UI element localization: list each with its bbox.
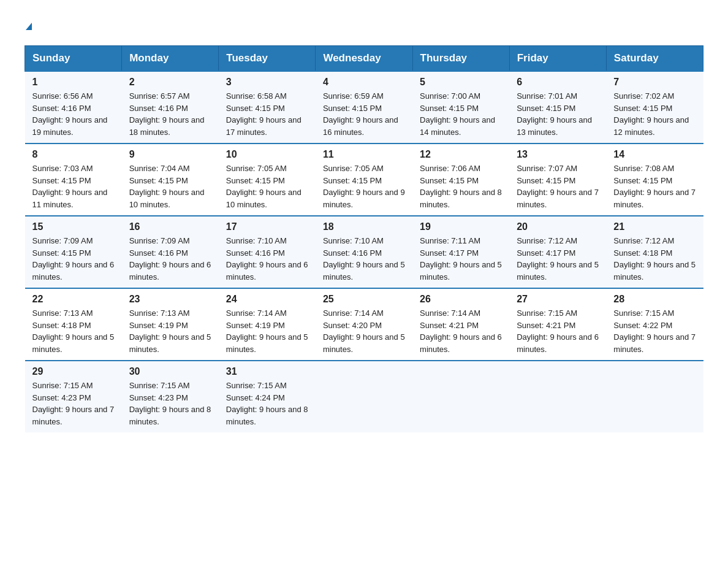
day-info: Sunrise: 7:03 AMSunset: 4:15 PMDaylight:…: [32, 163, 115, 210]
day-info: Sunrise: 7:08 AMSunset: 4:15 PMDaylight:…: [613, 163, 696, 210]
calendar-day-cell: 2Sunrise: 6:57 AMSunset: 4:16 PMDaylight…: [122, 71, 219, 144]
calendar-day-header: Saturday: [606, 46, 703, 72]
day-info: Sunrise: 7:14 AMSunset: 4:19 PMDaylight:…: [226, 307, 308, 355]
day-number: 15: [32, 221, 115, 232]
day-info: Sunrise: 7:07 AMSunset: 4:15 PMDaylight:…: [517, 163, 599, 210]
day-info: Sunrise: 7:12 AMSunset: 4:17 PMDaylight:…: [517, 235, 599, 283]
calendar-day-cell: 19Sunrise: 7:11 AMSunset: 4:17 PMDayligh…: [412, 216, 509, 288]
day-info: Sunrise: 6:56 AMSunset: 4:16 PMDaylight:…: [32, 90, 115, 138]
day-number: 18: [323, 221, 405, 232]
day-info: Sunrise: 7:15 AMSunset: 4:24 PMDaylight:…: [226, 380, 308, 427]
calendar-day-cell: 25Sunrise: 7:14 AMSunset: 4:20 PMDayligh…: [316, 288, 412, 361]
day-info: Sunrise: 7:12 AMSunset: 4:18 PMDaylight:…: [613, 235, 696, 283]
calendar-day-cell: 20Sunrise: 7:12 AMSunset: 4:17 PMDayligh…: [509, 216, 606, 288]
calendar-day-header: Sunday: [25, 46, 122, 72]
day-info: Sunrise: 7:05 AMSunset: 4:15 PMDaylight:…: [323, 163, 405, 210]
day-number: 29: [32, 366, 115, 377]
calendar-day-cell: [606, 361, 703, 432]
day-info: Sunrise: 7:06 AMSunset: 4:15 PMDaylight:…: [420, 163, 502, 210]
day-number: 4: [323, 77, 405, 88]
calendar-day-cell: [316, 361, 412, 432]
calendar-day-cell: 7Sunrise: 7:02 AMSunset: 4:15 PMDaylight…: [606, 71, 703, 144]
calendar-day-cell: 28Sunrise: 7:15 AMSunset: 4:22 PMDayligh…: [606, 288, 703, 361]
day-number: 13: [517, 149, 599, 160]
day-number: 21: [613, 221, 696, 232]
day-number: 31: [226, 366, 308, 377]
day-number: 16: [129, 221, 211, 232]
day-info: Sunrise: 7:14 AMSunset: 4:21 PMDaylight:…: [420, 307, 502, 355]
day-number: 17: [226, 221, 308, 232]
day-info: Sunrise: 7:04 AMSunset: 4:15 PMDaylight:…: [129, 163, 211, 210]
day-info: Sunrise: 7:02 AMSunset: 4:15 PMDaylight:…: [613, 90, 696, 138]
day-info: Sunrise: 7:05 AMSunset: 4:15 PMDaylight:…: [226, 163, 308, 210]
calendar-day-header: Tuesday: [219, 46, 316, 72]
day-number: 9: [129, 149, 211, 160]
calendar-day-cell: 22Sunrise: 7:13 AMSunset: 4:18 PMDayligh…: [25, 288, 122, 361]
calendar-header-row: SundayMondayTuesdayWednesdayThursdayFrid…: [25, 46, 703, 72]
day-number: 27: [517, 294, 599, 305]
calendar-day-cell: 11Sunrise: 7:05 AMSunset: 4:15 PMDayligh…: [316, 144, 412, 216]
page-header: [25, 18, 703, 33]
calendar-day-cell: 14Sunrise: 7:08 AMSunset: 4:15 PMDayligh…: [606, 144, 703, 216]
calendar-day-cell: 4Sunrise: 6:59 AMSunset: 4:15 PMDaylight…: [316, 71, 412, 144]
day-info: Sunrise: 7:09 AMSunset: 4:16 PMDaylight:…: [129, 235, 211, 283]
calendar-day-cell: 3Sunrise: 6:58 AMSunset: 4:15 PMDaylight…: [219, 71, 316, 144]
calendar-day-cell: 21Sunrise: 7:12 AMSunset: 4:18 PMDayligh…: [606, 216, 703, 288]
day-number: 12: [420, 149, 502, 160]
day-number: 19: [420, 221, 502, 232]
day-number: 1: [32, 77, 115, 88]
calendar-day-cell: 8Sunrise: 7:03 AMSunset: 4:15 PMDaylight…: [25, 144, 122, 216]
calendar-day-header: Thursday: [412, 46, 509, 72]
calendar-week-row: 22Sunrise: 7:13 AMSunset: 4:18 PMDayligh…: [25, 288, 703, 361]
day-info: Sunrise: 7:01 AMSunset: 4:15 PMDaylight:…: [517, 90, 599, 138]
calendar-day-cell: 5Sunrise: 7:00 AMSunset: 4:15 PMDaylight…: [412, 71, 509, 144]
calendar-day-cell: [509, 361, 606, 432]
day-number: 20: [517, 221, 599, 232]
calendar-day-cell: 26Sunrise: 7:14 AMSunset: 4:21 PMDayligh…: [412, 288, 509, 361]
calendar-day-header: Friday: [509, 46, 606, 72]
calendar-day-cell: 16Sunrise: 7:09 AMSunset: 4:16 PMDayligh…: [122, 216, 219, 288]
calendar-day-cell: 15Sunrise: 7:09 AMSunset: 4:15 PMDayligh…: [25, 216, 122, 288]
day-number: 14: [613, 149, 696, 160]
day-info: Sunrise: 7:15 AMSunset: 4:23 PMDaylight:…: [129, 380, 211, 427]
day-number: 22: [32, 294, 115, 305]
calendar-day-cell: 29Sunrise: 7:15 AMSunset: 4:23 PMDayligh…: [25, 361, 122, 432]
day-info: Sunrise: 7:10 AMSunset: 4:16 PMDaylight:…: [323, 235, 405, 283]
day-info: Sunrise: 7:15 AMSunset: 4:23 PMDaylight:…: [32, 380, 115, 427]
day-number: 6: [517, 77, 599, 88]
day-number: 8: [32, 149, 115, 160]
day-number: 28: [613, 294, 696, 305]
day-number: 3: [226, 77, 308, 88]
calendar-day-cell: 31Sunrise: 7:15 AMSunset: 4:24 PMDayligh…: [219, 361, 316, 432]
day-info: Sunrise: 7:13 AMSunset: 4:18 PMDaylight:…: [32, 307, 115, 355]
day-info: Sunrise: 7:09 AMSunset: 4:15 PMDaylight:…: [32, 235, 115, 283]
day-info: Sunrise: 6:57 AMSunset: 4:16 PMDaylight:…: [129, 90, 211, 138]
day-info: Sunrise: 7:14 AMSunset: 4:20 PMDaylight:…: [323, 307, 405, 355]
calendar-week-row: 29Sunrise: 7:15 AMSunset: 4:23 PMDayligh…: [25, 361, 703, 432]
day-number: 30: [129, 366, 211, 377]
calendar-week-row: 1Sunrise: 6:56 AMSunset: 4:16 PMDaylight…: [25, 71, 703, 144]
day-number: 2: [129, 77, 211, 88]
logo: [25, 18, 32, 33]
day-number: 24: [226, 294, 308, 305]
calendar-week-row: 8Sunrise: 7:03 AMSunset: 4:15 PMDaylight…: [25, 144, 703, 216]
day-number: 23: [129, 294, 211, 305]
calendar-day-header: Wednesday: [316, 46, 412, 72]
calendar-day-cell: 27Sunrise: 7:15 AMSunset: 4:21 PMDayligh…: [509, 288, 606, 361]
calendar-day-cell: 23Sunrise: 7:13 AMSunset: 4:19 PMDayligh…: [122, 288, 219, 361]
day-info: Sunrise: 7:00 AMSunset: 4:15 PMDaylight:…: [420, 90, 502, 138]
calendar-day-cell: 13Sunrise: 7:07 AMSunset: 4:15 PMDayligh…: [509, 144, 606, 216]
day-info: Sunrise: 7:15 AMSunset: 4:22 PMDaylight:…: [613, 307, 696, 355]
day-number: 5: [420, 77, 502, 88]
calendar-day-cell: 18Sunrise: 7:10 AMSunset: 4:16 PMDayligh…: [316, 216, 412, 288]
calendar-day-cell: 6Sunrise: 7:01 AMSunset: 4:15 PMDaylight…: [509, 71, 606, 144]
day-info: Sunrise: 6:59 AMSunset: 4:15 PMDaylight:…: [323, 90, 405, 138]
day-number: 11: [323, 149, 405, 160]
calendar-day-header: Monday: [122, 46, 219, 72]
day-number: 26: [420, 294, 502, 305]
day-info: Sunrise: 7:13 AMSunset: 4:19 PMDaylight:…: [129, 307, 211, 355]
day-number: 10: [226, 149, 308, 160]
calendar-day-cell: 1Sunrise: 6:56 AMSunset: 4:16 PMDaylight…: [25, 71, 122, 144]
day-info: Sunrise: 7:11 AMSunset: 4:17 PMDaylight:…: [420, 235, 502, 283]
calendar-table: SundayMondayTuesdayWednesdayThursdayFrid…: [25, 45, 703, 432]
